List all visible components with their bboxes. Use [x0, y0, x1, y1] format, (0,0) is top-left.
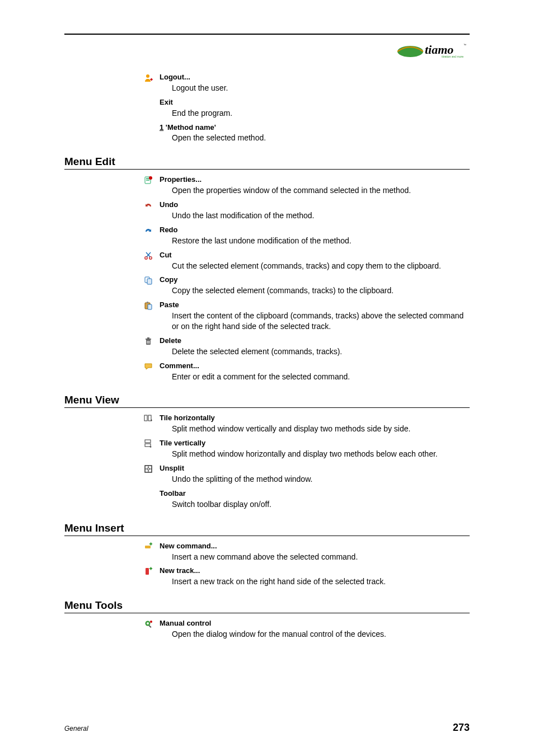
paste-icon: [144, 301, 153, 310]
menu-item-title: Redo: [160, 226, 470, 235]
cut-icon: [144, 251, 153, 260]
tile-vertical-icon: [144, 439, 153, 448]
menu-item-desc: Open the properties window of the comman…: [172, 185, 470, 196]
menu-item-text: CutCut the selected element (commands, t…: [160, 251, 470, 271]
section-heading: Menu View: [64, 394, 470, 408]
menu-item-text: New track...Insert a new track on the ri…: [160, 566, 470, 587]
menu-item: PasteInsert the content of the clipboard…: [137, 300, 470, 332]
menu-item: Tile horizontallySplit method window ver…: [137, 414, 470, 434]
properties-icon: [144, 176, 153, 185]
menu-item-title: Properties...: [160, 175, 470, 185]
menu-item: 1 'Method name'Open the selected method.: [137, 123, 470, 144]
menu-item-text: Tile verticallySplit method window horiz…: [160, 439, 470, 459]
menu-item: ToolbarSwitch toolbar display on/off.: [137, 489, 470, 510]
menu-item-title: Manual control: [160, 619, 470, 628]
menu-item: UnsplitUndo the splitting of the method …: [137, 464, 470, 485]
menu-item-title: Toolbar: [160, 489, 470, 499]
page-footer: General 273: [64, 722, 470, 734]
menu-item-icon-cell: [137, 98, 160, 98]
menu-item-title-text: Cut: [160, 251, 172, 259]
menu-item-title-text: Unsplit: [160, 464, 184, 472]
sections: Menu EditProperties...Open the propertie…: [137, 156, 470, 640]
menu-item-title-text: Comment...: [160, 361, 199, 370]
menu-item-text: PasteInsert the content of the clipboard…: [160, 300, 470, 332]
tiamo-logo: tiamo ™ titration and more: [397, 40, 470, 62]
menu-item-text: RedoRestore the last undone modification…: [160, 226, 470, 246]
menu-item-title-text: Copy: [160, 275, 178, 284]
top-rule: [64, 34, 470, 35]
menu-item: CopyCopy the selected element (commands,…: [137, 275, 470, 296]
menu-item-desc: Restore the last undone modification of …: [172, 236, 470, 246]
menu-item-desc: Insert the content of the clipboard (com…: [172, 311, 470, 332]
menu-item-title-rest: 'Method name': [163, 123, 216, 132]
new-command-icon: [144, 542, 153, 551]
menu-item-title: New command...: [160, 542, 470, 551]
menu-item: UndoUndo the last modification of the me…: [137, 200, 470, 221]
menu-item-title: Comment...: [160, 361, 470, 371]
menu-item-desc: Copy the selected element (commands, tra…: [172, 285, 470, 296]
menu-item-title-text: Logout...: [160, 73, 190, 81]
menu-item-desc: Logout the user.: [172, 83, 470, 93]
menu-item: RedoRestore the last undone modification…: [137, 226, 470, 246]
menu-item-icon-cell: [137, 123, 160, 124]
menu-item-icon-cell: [137, 361, 160, 371]
menu-item-title-text: Undo: [160, 200, 178, 209]
footer-page-number: 273: [453, 722, 470, 734]
menu-item-title-text: Redo: [160, 226, 178, 234]
footer-section-name: General: [64, 725, 88, 732]
menu-item-icon-cell: [137, 489, 160, 490]
menu-item-desc: Split method window vertically and displ…: [172, 424, 470, 434]
menu-item-text: Properties...Open the properties window …: [160, 175, 470, 196]
menu-item-text: CopyCopy the selected element (commands,…: [160, 275, 470, 296]
menu-item-icon-cell: [137, 300, 160, 310]
logout-icon: [144, 73, 153, 82]
menu-item-title-text: Exit: [160, 98, 173, 106]
menu-item-text: UndoUndo the last modification of the me…: [160, 200, 470, 221]
menu-item-title-text: Paste: [160, 300, 179, 309]
menu-item-title: 1 'Method name': [160, 123, 470, 133]
new-track-icon: [144, 567, 153, 576]
section-heading: Menu Insert: [64, 522, 470, 536]
menu-item-icon-cell: [137, 226, 160, 235]
menu-item-icon-cell: [137, 566, 160, 576]
menu-item-title: Copy: [160, 275, 470, 285]
comment-icon: [144, 362, 153, 371]
menu-item-text: New command...Insert a new command above…: [160, 542, 470, 562]
unsplit-icon: [144, 464, 153, 473]
menu-item-title-text: Tile vertically: [160, 439, 205, 447]
menu-item: Manual controlOpen the dialog window for…: [137, 619, 470, 640]
menu-item-desc: Open the selected method.: [172, 133, 470, 143]
section-body: New command...Insert a new command above…: [137, 542, 470, 588]
menu-item-desc: Cut the selected element (commands, trac…: [172, 261, 470, 271]
menu-item-desc: Insert a new command above the selected …: [172, 552, 470, 562]
menu-item-title: Tile vertically: [160, 439, 470, 448]
menu-item: Logout...Logout the user.: [137, 73, 470, 93]
menu-item: Comment...Enter or edit a comment for th…: [137, 361, 470, 382]
menu-item-icon-cell: [137, 251, 160, 260]
tile-horizontal-icon: [144, 414, 153, 423]
menu-item-title: Delete: [160, 336, 470, 346]
logo-container: tiamo ™ titration and more: [64, 40, 470, 62]
menu-item-title-text: New track...: [160, 566, 200, 575]
menu-item-title-text: Delete: [160, 336, 181, 345]
menu-item-icon-cell: [137, 275, 160, 285]
menu-item-title: Undo: [160, 200, 470, 210]
redo-icon: [144, 226, 153, 235]
content-column: Logout...Logout the user.ExitEnd the pro…: [137, 73, 470, 640]
menu-item-icon-cell: [137, 439, 160, 448]
svg-text:tiamo: tiamo: [425, 43, 453, 57]
menu-item-icon-cell: [137, 542, 160, 551]
menu-item: Properties...Open the properties window …: [137, 175, 470, 196]
menu-item-title: New track...: [160, 566, 470, 576]
delete-icon: [144, 337, 153, 346]
menu-item-desc: Open the dialog window for the manual co…: [172, 629, 470, 640]
manual-control-icon: [144, 619, 153, 628]
menu-item-text: Comment...Enter or edit a comment for th…: [160, 361, 470, 382]
menu-item-text: DeleteDelete the selected element (comma…: [160, 336, 470, 357]
menu-item-text: ExitEnd the program.: [160, 98, 470, 119]
menu-item-text: UnsplitUndo the splitting of the method …: [160, 464, 470, 485]
section-body: Manual controlOpen the dialog window for…: [137, 619, 470, 640]
menu-item-desc: Undo the last modification of the method…: [172, 210, 470, 221]
menu-item-icon-cell: [137, 464, 160, 473]
menu-item-title: Tile horizontally: [160, 414, 470, 423]
